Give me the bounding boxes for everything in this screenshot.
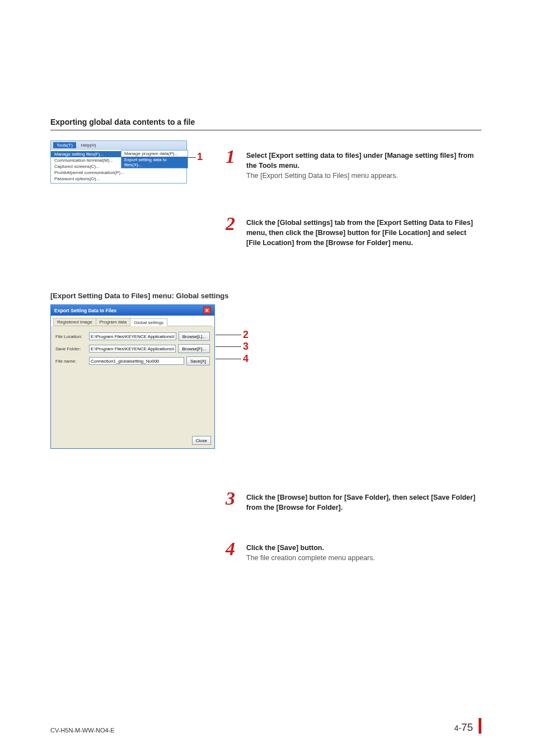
tab-registered-image[interactable]: Registered image bbox=[53, 318, 96, 326]
tab-program-data[interactable]: Program data bbox=[96, 318, 130, 326]
callout-line-1 bbox=[188, 157, 196, 158]
step-3-body: Click the [Browse] button for [Save Fold… bbox=[246, 492, 481, 513]
step-1-number: 1 bbox=[226, 146, 235, 167]
dialog-section-header: [Export Setting Data to Files] menu: Glo… bbox=[50, 292, 481, 300]
save-folder-label: Save Folder: bbox=[55, 346, 89, 351]
dialog-title-text: Export Setting Data to Files bbox=[54, 308, 116, 313]
menu-screenshot: Tools(T) Help(H) Manage setting files(F)… bbox=[50, 140, 187, 184]
step-4-plain: The file creation complete menu appears. bbox=[246, 554, 375, 562]
browse-location-button[interactable]: Browse[L]... bbox=[179, 332, 210, 341]
tab-global-settings[interactable]: Global settings bbox=[130, 318, 167, 326]
step-3-number: 3 bbox=[226, 488, 235, 509]
footer-mark bbox=[479, 718, 481, 734]
step-4-bold: Click the [Save] button. bbox=[246, 544, 324, 552]
step-1-body: Select [Export setting data to files] un… bbox=[246, 151, 481, 181]
page-prefix: 4- bbox=[455, 724, 461, 732]
callout-line-4 bbox=[216, 359, 241, 359]
submenu-export[interactable]: Export setting data to files(X)... bbox=[121, 157, 188, 168]
browse-folder-button[interactable]: Browse[F]... bbox=[178, 344, 210, 353]
save-button[interactable]: Save[X] bbox=[186, 356, 210, 365]
dialog-footer: Close bbox=[51, 433, 214, 448]
page-number: 4-75 bbox=[455, 718, 481, 734]
callout-line-2 bbox=[216, 335, 241, 335]
callout-line-3 bbox=[216, 346, 241, 347]
dialog-body: File Location: Browse[L]... Save Folder:… bbox=[51, 326, 214, 433]
step-1-plain: The [Export Setting Data to Files] menu … bbox=[246, 172, 398, 180]
step-3-bold: Click the [Browse] button for [Save Fold… bbox=[246, 494, 475, 511]
menu-help[interactable]: Help(H) bbox=[77, 142, 100, 148]
callout-number-2: 2 bbox=[243, 329, 249, 341]
callout-number-1: 1 bbox=[197, 151, 203, 163]
page-footer: CV-H5N-M-WW-NO4-E 4-75 bbox=[50, 718, 481, 734]
dialog-tabs: Registered image Program data Global set… bbox=[53, 318, 212, 326]
doc-id: CV-H5N-M-WW-NO4-E bbox=[50, 727, 115, 734]
page-num-value: 75 bbox=[461, 721, 473, 733]
file-location-input[interactable] bbox=[89, 332, 176, 340]
step-2-bold: Click the [Global settings] tab from the… bbox=[246, 219, 473, 247]
callout-number-4: 4 bbox=[243, 353, 249, 365]
close-icon[interactable]: ✕ bbox=[203, 307, 211, 314]
file-name-input[interactable] bbox=[89, 357, 184, 365]
step-1-bold: Select [Export setting data to files] un… bbox=[246, 152, 474, 170]
menu-item-prohibit[interactable]: Prohibit/permit communication(P)... bbox=[51, 170, 186, 176]
step-4-number: 4 bbox=[226, 538, 235, 560]
submenu: Manage program data(P)... Export setting… bbox=[121, 150, 188, 168]
menu-tools[interactable]: Tools(T) bbox=[53, 142, 76, 148]
file-name-label: File name: bbox=[55, 359, 89, 364]
file-location-label: File Location: bbox=[55, 334, 89, 339]
submenu-manage-data[interactable]: Manage program data(P)... bbox=[121, 151, 188, 157]
export-dialog: Export Setting Data to Files ✕ Registere… bbox=[50, 304, 215, 449]
callout-number-3: 3 bbox=[243, 341, 249, 353]
section-title: Exporting global data contents to a file bbox=[50, 118, 481, 130]
menu-item-password[interactable]: Password options(O)... bbox=[51, 176, 186, 182]
menubar: Tools(T) Help(H) bbox=[51, 141, 186, 149]
step-4-body: Click the [Save] button. The file creati… bbox=[246, 543, 481, 563]
dialog-titlebar: Export Setting Data to Files ✕ bbox=[51, 305, 214, 316]
save-folder-input[interactable] bbox=[89, 345, 176, 353]
close-button[interactable]: Close bbox=[192, 436, 211, 445]
step-2-number: 2 bbox=[226, 213, 235, 234]
step-2-body: Click the [Global settings] tab from the… bbox=[246, 218, 481, 248]
